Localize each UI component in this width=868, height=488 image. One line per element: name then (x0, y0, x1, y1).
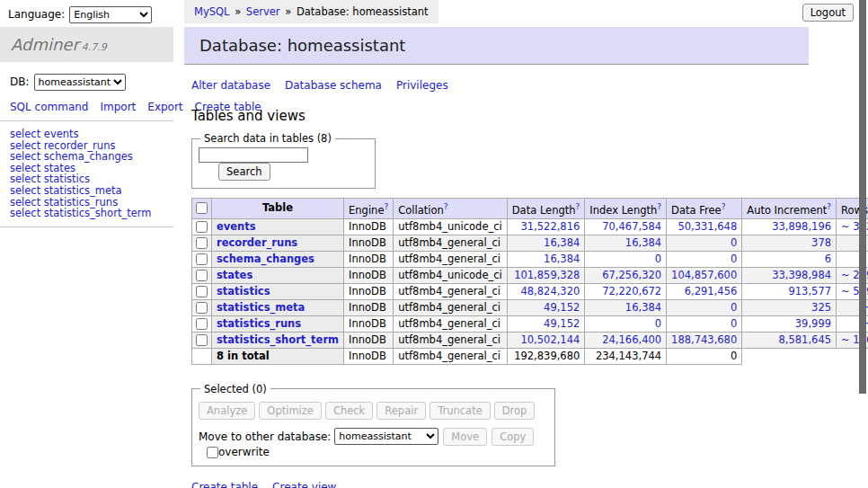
data_length-value-link[interactable]: 16,384 (544, 236, 580, 249)
data_length-value-link[interactable]: 10,502,144 (520, 333, 580, 346)
sidebar: Adminer4.7.9 DB:homeassistant SQL comman… (0, 27, 173, 235)
collation-cell: utf8mb4_unicode_ci (394, 218, 508, 235)
data_free-value-link[interactable]: 6,291,456 (685, 285, 738, 297)
data_free-value-link[interactable]: 0 (731, 253, 737, 265)
db-select[interactable]: homeassistant (34, 74, 126, 91)
collation-cell: utf8mb4_general_ci (394, 251, 508, 267)
table-name-link[interactable]: statistics_meta (217, 301, 305, 314)
index_length-cell: 16,384 (585, 299, 667, 315)
search-button[interactable]: Search (218, 163, 270, 181)
auto_increment-value-link[interactable]: 39,999 (795, 317, 831, 330)
data_length-value-link[interactable]: 49,152 (544, 301, 580, 314)
search-input[interactable] (199, 147, 308, 163)
sidebar-action-export[interactable]: Export (147, 101, 182, 113)
help-link[interactable]: ? (444, 202, 448, 211)
data_free-value-link[interactable]: 0 (731, 301, 737, 314)
drop-button[interactable]: Drop (494, 402, 536, 420)
auto_increment-value-link[interactable]: 8,581,645 (779, 333, 832, 346)
optimize-button[interactable]: Optimize (259, 402, 322, 420)
auto_increment-value-link[interactable]: 33,898,196 (772, 220, 831, 233)
db-link-database-schema[interactable]: Database schema (285, 79, 382, 92)
auto_increment-value-link[interactable]: 6 (825, 253, 831, 265)
help-link[interactable]: ? (827, 202, 831, 211)
db-link-alter-database[interactable]: Alter database (191, 79, 270, 92)
table-row-recorder-runs: recorder_runsInnoDButf8mb4_general_ci16,… (192, 235, 868, 251)
logout-button[interactable]: Logout (802, 4, 854, 22)
index_length-value-link[interactable]: 70,467,584 (602, 220, 661, 233)
data_free-value-link[interactable]: 50,331,648 (678, 220, 737, 233)
table-name-link[interactable]: recorder_runs (217, 236, 297, 249)
help-link[interactable]: ? (722, 202, 726, 211)
breadcrumb-server-link[interactable]: Server (246, 5, 280, 18)
auto_increment-value-link[interactable]: 325 (811, 301, 831, 314)
create-link-create-view[interactable]: Create view (272, 481, 336, 488)
row-checkbox[interactable] (196, 318, 208, 330)
data_free-value-link[interactable]: 0 (731, 317, 737, 330)
sidebar-action-sql-command[interactable]: SQL command (10, 101, 88, 113)
table-name-link[interactable]: statistics_short_term (217, 333, 339, 346)
row-checkbox[interactable] (196, 237, 208, 249)
data_free-value-link[interactable]: 188,743,680 (671, 333, 737, 346)
auto_increment-cell: 33,398,984 (742, 267, 837, 283)
vertical-scrollbar[interactable] (859, 0, 866, 394)
data_length-value-link[interactable]: 16,384 (544, 253, 580, 265)
index_length-value-link[interactable]: 67,256,320 (602, 269, 661, 281)
table-row-statistics: statisticsInnoDButf8mb4_general_ci48,824… (192, 283, 868, 299)
sidebar-table-links: select eventsselect recorder_runsselect … (10, 129, 173, 219)
analyze-button[interactable]: Analyze (199, 402, 255, 420)
data_length-cell: 49,152 (507, 299, 585, 315)
help-link[interactable]: ? (657, 202, 661, 211)
repair-button[interactable]: Repair (376, 402, 426, 420)
index_length-value-link[interactable]: 24,166,400 (602, 333, 661, 346)
copy-button[interactable]: Copy (492, 428, 534, 446)
index_length-value-link[interactable]: 0 (655, 317, 661, 330)
help-link[interactable]: ? (576, 202, 580, 211)
index_length-value-link[interactable]: 72,220,672 (602, 285, 661, 297)
data_free-value-link[interactable]: 104,857,600 (671, 269, 737, 281)
index_length-cell: 24,166,400 (585, 332, 667, 348)
table-name-link[interactable]: statistics (217, 285, 270, 297)
data_free-cell: 0 (667, 251, 742, 267)
auto_increment-value-link[interactable]: 33,398,984 (772, 269, 831, 281)
sidebar-actions: SQL commandImportExportCreate table (10, 101, 163, 113)
tables-and-views-heading: Tables and views (191, 108, 809, 124)
table-select-link[interactable]: select statistics_short_term (10, 207, 151, 219)
table-name-link[interactable]: events (217, 220, 256, 233)
table-name-link[interactable]: statistics_runs (217, 317, 301, 330)
language-select[interactable]: English (69, 6, 152, 23)
data_length-value-link[interactable]: 49,152 (544, 317, 580, 330)
overwrite-checkbox[interactable] (207, 447, 218, 458)
data_length-value-link[interactable]: 48,824,320 (520, 285, 580, 297)
data_length-value-link[interactable]: 31,522,816 (520, 220, 580, 233)
db-link-privileges[interactable]: Privileges (396, 79, 448, 92)
truncate-button[interactable]: Truncate (430, 402, 491, 420)
row-checkbox[interactable] (196, 221, 208, 233)
auto_increment-value-link[interactable]: 913,577 (788, 285, 831, 297)
auto_increment-value-link[interactable]: 378 (811, 236, 831, 249)
row-checkbox[interactable] (196, 334, 208, 346)
tables-overview-table: TableEngine?Collation?Data Length?Index … (191, 198, 868, 365)
row-checkbox[interactable] (196, 302, 208, 314)
sidebar-action-import[interactable]: Import (100, 101, 136, 113)
move-label: Move to other database: (199, 430, 331, 442)
data_length-value-link[interactable]: 101,859,328 (514, 269, 580, 281)
breadcrumb-mysql-link[interactable]: MySQL (194, 5, 230, 18)
app-name[interactable]: Adminer (11, 35, 79, 54)
index_length-value-link[interactable]: 16,384 (625, 236, 661, 249)
move-db-select[interactable]: homeassistant (334, 428, 438, 445)
index_length-value-link[interactable]: 0 (655, 253, 661, 265)
select-all-checkbox[interactable] (196, 202, 208, 214)
index_length-value-link[interactable]: 16,384 (625, 301, 661, 314)
engine-cell: InnoDB (344, 235, 394, 251)
index_length-cell: 67,256,320 (585, 267, 667, 283)
table-name-link[interactable]: schema_changes (217, 253, 314, 265)
row-checkbox[interactable] (196, 286, 208, 297)
move-button[interactable]: Move (443, 428, 487, 446)
create-link-create-table[interactable]: Create table (191, 481, 258, 488)
table-name-link[interactable]: states (217, 269, 252, 281)
row-checkbox[interactable] (196, 270, 208, 281)
data_free-value-link[interactable]: 0 (731, 236, 737, 249)
help-link[interactable]: ? (384, 202, 388, 211)
check-button[interactable]: Check (325, 402, 373, 420)
row-checkbox[interactable] (196, 253, 208, 265)
